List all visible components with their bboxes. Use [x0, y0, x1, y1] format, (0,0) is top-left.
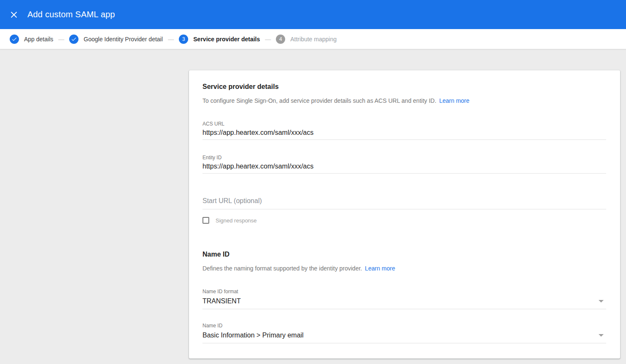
name-id-format-value: TRANSIENT: [202, 297, 241, 305]
acs-url-input[interactable]: [202, 127, 606, 140]
dialog-header: Add custom SAML app: [0, 0, 626, 29]
name-id-format-field: Name ID format TRANSIENT: [202, 288, 606, 309]
name-id-label: Name ID: [202, 322, 606, 329]
page-content: Service provider details To configure Si…: [0, 49, 626, 364]
section-heading-name-id: Name ID: [202, 250, 606, 259]
learn-more-link-service-provider[interactable]: Learn more: [439, 97, 470, 104]
step-separator: —: [265, 36, 271, 43]
step-attribute-mapping[interactable]: 4 Attribute mapping: [276, 35, 337, 44]
step-check-circle: [69, 35, 78, 44]
step-number-circle: 3: [179, 35, 188, 44]
step-label: App details: [24, 36, 53, 43]
step-label: Attribute mapping: [290, 36, 337, 43]
name-id-format-label: Name ID format: [202, 288, 606, 295]
signed-response-label: Signed response: [216, 217, 257, 224]
name-id-select[interactable]: Basic Information > Primary email: [202, 330, 606, 343]
learn-more-link-name-id[interactable]: Learn more: [365, 265, 395, 272]
step-number: 4: [279, 36, 282, 42]
step-app-details[interactable]: App details: [10, 35, 53, 44]
dropdown-caret-icon: [599, 334, 604, 337]
name-id-format-select[interactable]: TRANSIENT: [202, 296, 606, 309]
step-number: 3: [182, 36, 185, 42]
name-id-field: Name ID Basic Information > Primary emai…: [202, 322, 606, 343]
entity-id-field: Entity ID: [202, 154, 606, 174]
step-google-idp-details[interactable]: Google Identity Provider details: [69, 35, 163, 44]
step-check-circle: [10, 35, 19, 44]
step-separator: —: [58, 36, 64, 43]
entity-id-label: Entity ID: [202, 154, 606, 161]
check-icon: [11, 36, 17, 42]
close-button[interactable]: [9, 10, 19, 20]
acs-url-label: ACS URL: [202, 120, 606, 127]
dialog-title: Add custom SAML app: [27, 10, 115, 19]
close-icon: [10, 11, 18, 19]
service-provider-card: Service provider details To configure Si…: [189, 70, 620, 359]
step-service-provider-details[interactable]: 3 Service provider details: [179, 35, 260, 44]
acs-url-field: ACS URL: [202, 120, 606, 140]
start-url-input[interactable]: [202, 195, 606, 209]
stepper: App details — Google Identity Provider d…: [0, 29, 626, 49]
step-separator: —: [168, 36, 174, 43]
step-label: Google Identity Provider details: [84, 36, 163, 43]
description-text: Defines the naming format supported by t…: [202, 265, 362, 272]
signed-response-row: Signed response: [202, 217, 606, 224]
name-id-value: Basic Information > Primary email: [202, 332, 304, 339]
service-provider-description: To configure Single Sign-On, add service…: [202, 96, 606, 105]
check-icon: [71, 36, 77, 42]
step-label: Service provider details: [193, 36, 260, 43]
entity-id-input[interactable]: [202, 161, 606, 174]
description-text: To configure Single Sign-On, add service…: [202, 97, 436, 104]
step-number-circle: 4: [276, 35, 285, 44]
dropdown-caret-icon: [599, 300, 604, 302]
name-id-description: Defines the naming format supported by t…: [202, 264, 606, 273]
section-heading-service-provider: Service provider details: [202, 82, 606, 91]
signed-response-checkbox[interactable]: [202, 217, 209, 224]
